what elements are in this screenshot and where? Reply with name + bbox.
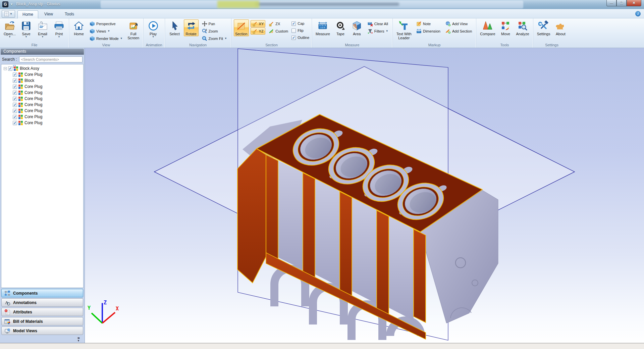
checkbox-unchecked-icon	[291, 29, 296, 33]
dimension-button[interactable]: Dimension	[415, 28, 442, 35]
minimize-button[interactable]: —	[606, 0, 616, 6]
checkbox-checked-icon[interactable]: ✓	[13, 121, 17, 125]
section-yz-button[interactable]: y YZ	[251, 28, 266, 35]
zoom-fit-button[interactable]: Zoom Fit ▼	[200, 35, 229, 42]
plane-xy-icon: x	[252, 21, 258, 27]
group-settings: Settings About Settings	[533, 18, 571, 48]
plane-custom-icon	[269, 29, 274, 34]
area-cube-icon	[352, 20, 362, 31]
checkbox-checked-icon[interactable]: ✓	[13, 79, 17, 83]
group-navigation: Select Rotate Pan	[165, 18, 231, 48]
cap-checkbox[interactable]: ✓ Cap	[291, 20, 309, 27]
tree-item-root[interactable]: − ✓ Block Assy	[1, 65, 83, 71]
tree-item[interactable]: ✓Core Plug	[1, 84, 83, 90]
select-button[interactable]: Select	[167, 19, 182, 36]
axis-x-label: X	[116, 306, 119, 312]
about-button[interactable]: About	[553, 19, 568, 36]
tab-home[interactable]: Home	[17, 10, 38, 18]
section-zx-button[interactable]: z ZX	[267, 20, 290, 27]
checkbox-checked-icon[interactable]: ✓	[13, 97, 17, 101]
open-folder-icon	[4, 20, 15, 31]
tree-item[interactable]: ✓Core Plug	[1, 102, 83, 108]
part-icon	[18, 78, 23, 83]
checkbox-checked-icon: ✓	[291, 36, 296, 40]
checkbox-checked-icon[interactable]: ✓	[13, 91, 17, 95]
checkbox-checked-icon[interactable]: ✓	[13, 109, 17, 113]
views-button[interactable]: Views ▼	[88, 28, 124, 35]
glovius-logo-icon[interactable]: G	[2, 1, 8, 7]
home-view-button[interactable]: Home	[71, 19, 86, 36]
application-menu-button[interactable]: ▼	[2, 10, 15, 18]
note-icon	[416, 21, 422, 27]
search-input[interactable]	[19, 56, 83, 62]
dimension-icon	[416, 29, 422, 34]
flip-checkbox[interactable]: Flip	[291, 27, 309, 34]
add-view-button[interactable]: Add View	[444, 20, 474, 27]
tree-item[interactable]: ✓Core Plug	[1, 114, 83, 120]
rotate-button[interactable]: Rotate	[184, 19, 199, 36]
move-button[interactable]: Move	[498, 19, 513, 36]
sidebar-item-attributes[interactable]: A Attributes	[1, 308, 83, 316]
measure-button[interactable]: 1 2 3 Measure	[314, 19, 331, 36]
save-button[interactable]: Save ▼	[19, 19, 34, 38]
sidebar-item-bill-of-materials[interactable]: Bill of Materials	[1, 317, 83, 326]
close-button[interactable]: ✕	[627, 0, 641, 6]
area-button[interactable]: Area	[350, 19, 364, 36]
checkbox-checked-icon[interactable]: ✓	[13, 115, 17, 119]
play-button[interactable]: Play ▼	[146, 19, 161, 38]
background-window-title-blur	[255, 3, 399, 6]
section-xy-button[interactable]: x XY	[251, 20, 266, 27]
tree-item[interactable]: ✓Block	[1, 78, 83, 84]
chevron-down-icon: ▼	[10, 13, 12, 15]
outline-checkbox[interactable]: ✓ Outline	[291, 34, 309, 41]
analyze-button[interactable]: Analyze	[515, 19, 531, 36]
section-button[interactable]: Section	[234, 19, 249, 36]
titlebar: G ▼ Block_Assy.stp - Glovius — ❐ ✕	[0, 0, 644, 9]
svg-text:1 2 3: 1 2 3	[321, 27, 325, 29]
sidebar-item-model-views[interactable]: Model Views	[1, 327, 83, 335]
tab-tools[interactable]: Tools	[59, 10, 80, 18]
settings-button[interactable]: Settings	[536, 19, 552, 36]
checkbox-checked-icon[interactable]: ✓	[13, 103, 17, 107]
sidebar-item-components[interactable]: Components	[1, 289, 83, 297]
open-button[interactable]: Open... ▼	[2, 19, 17, 38]
tree-item[interactable]: ✓Core Plug	[1, 108, 83, 114]
part-icon	[18, 102, 23, 107]
note-button[interactable]: Note	[415, 20, 442, 27]
sidebar-item-annotations[interactable]: A Annotations	[1, 298, 83, 307]
tree-item[interactable]: ✓Core Plug	[1, 120, 83, 126]
collapse-icon[interactable]: −	[4, 67, 7, 70]
quick-access-caret-icon[interactable]: ▼	[10, 3, 13, 6]
tree-item[interactable]: ✓Core Plug	[1, 71, 83, 78]
add-section-button[interactable]: Add Section	[444, 28, 474, 35]
clear-all-button[interactable]: Clear All	[366, 20, 390, 27]
model-views-icon	[4, 328, 10, 334]
analyze-icon	[517, 20, 528, 31]
help-icon[interactable]: i	[635, 11, 641, 16]
dropdown-caret: ▼	[25, 36, 28, 38]
pan-button[interactable]: Pan	[200, 20, 229, 27]
section-custom-button[interactable]: Custom	[267, 28, 290, 35]
full-screen-button[interactable]: Full Screen	[126, 19, 141, 40]
group-caption-settings: Settings	[536, 43, 568, 48]
tab-view[interactable]: View	[38, 10, 59, 18]
zoom-button[interactable]: Zoom	[200, 28, 229, 35]
3d-viewport[interactable]: Z Y X	[85, 48, 644, 343]
perspective-button[interactable]: Perspective	[88, 20, 124, 27]
assembly-icon	[14, 66, 18, 71]
text-with-leader-button[interactable]: Text With Leader	[395, 19, 413, 40]
checkbox-checked-icon[interactable]: ✓	[8, 66, 12, 71]
render-mode-button[interactable]: Render Mode ▼	[88, 35, 124, 42]
tree-item[interactable]: ✓Core Plug	[1, 90, 83, 96]
restore-button[interactable]: ❐	[616, 0, 627, 6]
tree-item[interactable]: ✓Core Plug	[1, 96, 83, 102]
tape-button[interactable]: Tape	[333, 19, 348, 36]
compare-button[interactable]: Compare	[479, 19, 496, 36]
checkbox-checked-icon[interactable]: ✓	[13, 72, 17, 77]
email-button[interactable]: Email ▼	[35, 19, 50, 38]
bill-of-materials-icon	[4, 318, 10, 325]
panel-overflow-button[interactable]: » ▼	[1, 335, 84, 343]
checkbox-checked-icon[interactable]: ✓	[13, 85, 17, 89]
filters-button[interactable]: Filters ▼	[366, 28, 390, 35]
print-button[interactable]: Print ▼	[52, 19, 66, 38]
